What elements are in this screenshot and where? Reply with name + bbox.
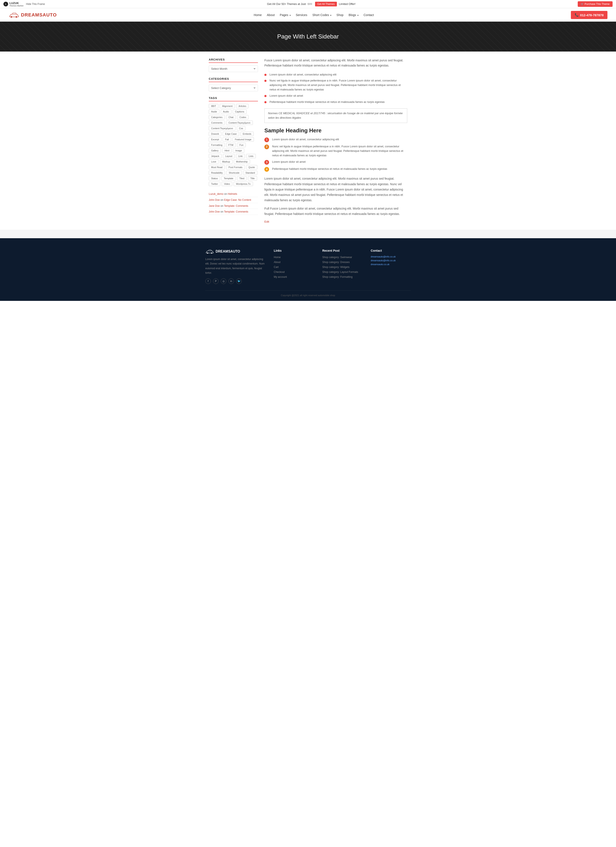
tag-tiled[interactable]: Tiled [237,176,247,180]
comment-3: Jane Doe on Template: Comments [209,203,258,209]
nav-shortcodes[interactable]: Short Codes ▾ [312,13,331,17]
comment-4-post[interactable]: Template: Comments [224,210,248,213]
tag-aside[interactable]: Aside [209,109,219,114]
tags-cloud: 8BIT Alignment Articles Aside Audio Capt… [209,104,258,186]
social-instagram-icon[interactable]: ◎ [221,279,226,284]
contact-email-1-link[interactable]: dreamsauto@info.co.uk [371,255,396,258]
comment-1-author[interactable]: Luzuk_demo [209,192,223,195]
categories-select[interactable]: Select Category [209,85,258,91]
recent-post-4-link[interactable]: Shop category: Layout Formats [322,270,358,273]
recent-post-3-link[interactable]: Shop category: Widgets [322,266,350,269]
tag-formatting[interactable]: Formatting [209,143,225,147]
tag-template[interactable]: Template [222,176,236,180]
tag-content-gr1[interactable]: Content Περιεχόμενο [226,121,253,125]
contact-email-2-link[interactable]: dreamsauto@info.co.uk [371,259,396,262]
tag-love[interactable]: Love [209,159,219,164]
social-linkedin-icon[interactable]: in [229,279,234,284]
nav-contact[interactable]: Contact [363,13,374,17]
tag-edge-case[interactable]: Edge Case [223,132,239,136]
tag-layout[interactable]: Layout [223,154,235,158]
tag-readability[interactable]: Readability [209,171,225,175]
get-themes-button[interactable]: Get All Themes [315,2,337,6]
comment-3-post[interactable]: Template: Comments [224,204,248,207]
social-facebook-icon[interactable]: f [205,279,211,284]
recent-post-2-link[interactable]: Shop category: Dresses [322,261,350,264]
tag-must-read[interactable]: Must Read [209,165,225,169]
footer-link-home: Home [274,255,314,259]
footer-link-myaccount-anchor[interactable]: My account [274,275,287,279]
phone-button[interactable]: 📞 012-478-787878 [571,11,607,19]
bullet-2: Nunc vel ligula in augue tristique pelle… [264,78,407,93]
footer-links-col: Links Home About Cart Checkout My accoun… [274,249,314,284]
tag-fun[interactable]: Fun [237,143,246,147]
tag-standard[interactable]: Standard [243,171,257,175]
site-footer: DREAMSAUTO Lorem ipsum dolor sit amet, c… [0,238,616,301]
tag-post-formats[interactable]: Post Formats [226,165,245,169]
nav-pages[interactable]: Pages ▾ [280,13,291,17]
nav-home[interactable]: Home [254,13,261,17]
tag-jetpack[interactable]: Jetpack [209,154,222,158]
tag-categories[interactable]: Categories [209,115,225,120]
tag-excerpt[interactable]: Excerpt [209,137,222,142]
footer-link-cart-anchor[interactable]: Cart [274,266,279,269]
recent-post-1-link[interactable]: Shop category: Swimwear [322,256,352,259]
intro-paragraph: Fusce Lorem ipsum dolor sit amet, consec… [264,58,407,68]
footer-link-about-anchor[interactable]: About [274,261,281,264]
tag-mothership[interactable]: Mothership [234,159,250,164]
tag-video[interactable]: Video [222,182,232,186]
comment-2-post[interactable]: Edge Case: No Content [224,198,251,201]
pages-arrow-icon: ▾ [290,14,291,16]
tag-shortcode[interactable]: Shortcode [226,171,242,175]
tag-ftw[interactable]: FTW [226,143,236,147]
tag-embeds[interactable]: Embeds [241,132,254,136]
tag-status[interactable]: Status [209,176,220,180]
tag-link[interactable]: Link [236,154,245,158]
tag-codex[interactable]: Codex [237,115,248,120]
social-pinterest-icon[interactable]: P [213,279,219,284]
nav-shop[interactable]: Shop [337,13,344,17]
tag-audio[interactable]: Audio [221,109,232,114]
social-twitter-icon[interactable]: 🐦 [236,279,242,284]
edit-link[interactable]: Edit [264,220,269,223]
tag-markup[interactable]: Markup [220,159,232,164]
nav-services[interactable]: Services [296,13,307,17]
bullet-4: Pellentesque habitant morbi tristique se… [264,99,407,105]
tag-chat[interactable]: Chat [226,115,236,120]
gray-spacer [0,230,616,238]
tag-twitter[interactable]: Twitter [209,182,220,186]
tag-title[interactable]: Title [248,176,257,180]
archives-select[interactable]: Select Month [209,65,258,72]
footer-link-checkout-anchor[interactable]: Checkout [274,270,285,273]
tag-html[interactable]: Html [222,148,232,153]
tag-alignment[interactable]: Alignment [220,104,235,108]
tag-articles[interactable]: Articles [236,104,248,108]
nav-blogs[interactable]: Blogs ▾ [349,13,359,17]
tag-featured-image[interactable]: Featured Image [232,137,254,142]
tag-8bit[interactable]: 8BIT [209,104,219,108]
tag-dowork[interactable]: Dowork [209,132,222,136]
tag-fail[interactable]: Fail [223,137,231,142]
hide-frame-link[interactable]: Hide This Frame [26,3,45,6]
tag-comments[interactable]: Comments [209,121,225,125]
nav-about[interactable]: About [267,13,275,17]
tag-gallery[interactable]: Gallery [209,148,221,153]
comment-3-author[interactable]: Jane Doe [209,204,220,207]
comment-4-author[interactable]: John Doe [209,210,220,213]
comment-1-post[interactable]: Helmets [228,192,237,195]
top-bar-left: L LUZUK Themes Market Hide This Frame [3,1,45,7]
contact-website-link[interactable]: dreamsauto.co.uk [371,263,389,266]
comment-2-author[interactable]: John Doe [209,198,220,201]
tag-lists[interactable]: Lists [246,154,256,158]
promo-text: Get All Our 50+ Themes at Just [267,2,306,6]
footer-link-home-anchor[interactable]: Home [274,256,281,259]
tag-captions[interactable]: Captions [233,109,247,114]
footer-contact-col: Contact dreamsauto@info.co.uk dreamsauto… [371,249,411,284]
tag-image[interactable]: Image [233,148,244,153]
recent-post-5-link[interactable]: Shop category: Formatting [322,275,353,279]
tag-wordpress-tv[interactable]: Wordpress.Tv [233,182,253,186]
purchase-button[interactable]: 🛒 Purchase This Theme [578,1,613,7]
site-header: DREAMSAUTO Home About Pages ▾ Services S… [0,8,616,22]
tag-content-gr2[interactable]: Content Περιεχόμενο [209,126,235,130]
tag-css[interactable]: Css [237,126,245,130]
tag-quote[interactable]: Quote [246,165,257,169]
